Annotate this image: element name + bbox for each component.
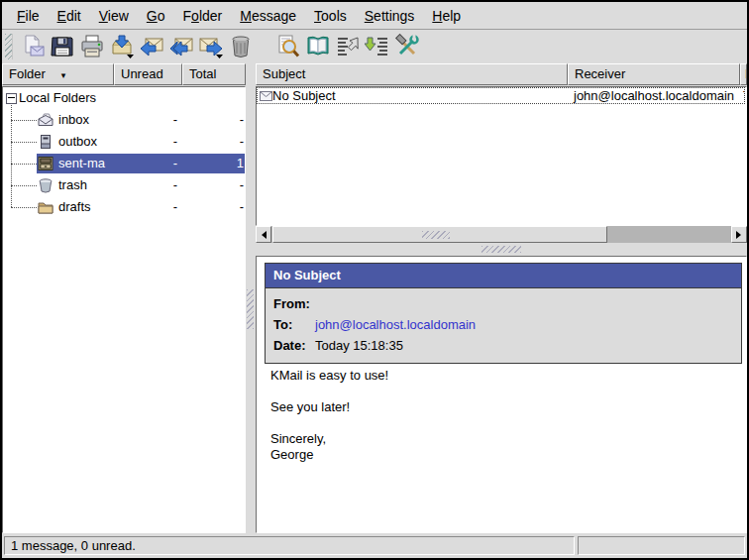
receiver-column-header[interactable]: Receiver [568, 63, 740, 85]
to-address-link[interactable]: john@localhost.localdomain [315, 314, 476, 335]
jump-to-folder-button[interactable] [363, 32, 392, 61]
trash-folder-icon [37, 177, 54, 193]
status-section-right [578, 536, 745, 555]
folder-row-outbox[interactable]: outbox - - [3, 131, 245, 153]
tools-icon [394, 34, 420, 59]
left-arrow-icon [258, 231, 267, 239]
print-button[interactable] [77, 32, 107, 61]
message-header-box: No Subject From: To: john@localhost.loca… [265, 263, 742, 364]
kmail-window: File Edit View Go Folder Message Tools S… [0, 0, 749, 560]
folder-row-inbox[interactable]: inbox - - [3, 109, 245, 131]
vertical-splitter[interactable] [246, 63, 256, 533]
address-book-icon [305, 34, 331, 59]
menu-item-file[interactable]: File [8, 5, 49, 27]
sent-folder-icon [37, 156, 54, 171]
find-icon [275, 34, 301, 59]
list-jump-icon [365, 34, 390, 59]
menu-item-message[interactable]: Message [231, 5, 305, 27]
thumb-grip [422, 231, 450, 239]
scroll-left-button[interactable] [256, 226, 271, 243]
toolbar [2, 30, 747, 64]
folder-row-sent-ma[interactable]: sent-ma - 1 [3, 153, 245, 174]
menubar: File Edit View Go Folder Message Tools S… [2, 2, 747, 30]
splitter-grip [482, 246, 521, 253]
message-body: KMail is easy to use! See you later! Sin… [270, 368, 388, 463]
menu-item-tools[interactable]: Tools [305, 5, 356, 27]
menu-item-settings[interactable]: Settings [356, 5, 424, 27]
menu-item-view[interactable]: View [90, 5, 138, 27]
statusbar: 1 message, 0 unread. [2, 533, 747, 558]
menu-item-folder[interactable]: Folder [174, 5, 232, 27]
subject-column-header[interactable]: Subject [256, 63, 568, 85]
address-book-button[interactable] [303, 32, 333, 61]
folder-row-local-folders[interactable]: Local Folders [3, 87, 245, 109]
message-list: No Subject john@localhost.localdomain To… [256, 86, 747, 226]
tools-button[interactable] [392, 32, 422, 61]
horizontal-splitter[interactable] [256, 243, 747, 256]
check-mail-icon [109, 34, 135, 59]
forward-icon [198, 34, 224, 59]
from-label: From: [273, 293, 315, 314]
date-value: Today 15:18:35 [315, 335, 403, 356]
save-icon [50, 34, 75, 59]
reply-button[interactable] [137, 32, 166, 61]
reply-icon [139, 34, 164, 59]
splitter-grip [247, 289, 254, 329]
message-row[interactable]: No Subject john@localhost.localdomain To… [257, 87, 745, 104]
scrollbar-thumb[interactable] [272, 226, 607, 243]
message-envelope-icon [260, 91, 272, 101]
date-label: Date: [273, 335, 315, 356]
folder-row-trash[interactable]: trash - - [3, 174, 245, 196]
trash-icon [228, 34, 254, 59]
unread-column-header[interactable]: Unread [114, 63, 182, 85]
folder-column-header[interactable]: Folder▾ [2, 63, 114, 85]
reply-all-button[interactable] [166, 32, 196, 61]
select-messages-button[interactable] [333, 32, 363, 61]
menu-item-help[interactable]: Help [423, 5, 470, 27]
new-message-button[interactable] [18, 32, 48, 61]
sort-arrow-icon: ▾ [61, 70, 66, 80]
list-select-icon [335, 34, 361, 59]
to-label: To: [273, 314, 315, 335]
scroll-right-button[interactable] [731, 226, 747, 243]
drafts-folder-icon [37, 199, 54, 215]
collapse-expander-icon[interactable] [6, 93, 17, 104]
message-preview: No Subject From: To: john@localhost.loca… [256, 256, 747, 533]
date-column-header[interactable]: Date [740, 63, 747, 85]
status-message: 1 message, 0 unread. [4, 536, 575, 555]
toolbar-drag-handle[interactable] [5, 34, 13, 59]
delete-button[interactable] [226, 32, 256, 61]
find-messages-button[interactable] [273, 32, 303, 61]
reply-all-icon [168, 34, 194, 59]
outbox-icon [37, 134, 54, 150]
menu-item-go[interactable]: Go [138, 5, 174, 27]
print-icon [79, 34, 105, 59]
folder-tree: Local Folders inbox - - outbox - - [2, 86, 246, 533]
check-mail-button[interactable] [107, 32, 137, 61]
message-title: No Subject [266, 264, 741, 287]
right-arrow-icon [736, 231, 745, 239]
total-column-header[interactable]: Total [182, 63, 246, 85]
save-button[interactable] [48, 32, 77, 61]
forward-button[interactable] [196, 32, 226, 61]
menu-item-edit[interactable]: Edit [49, 5, 90, 27]
message-list-hscrollbar[interactable] [256, 226, 747, 243]
folder-row-drafts[interactable]: drafts - - [3, 196, 245, 218]
new-message-icon [20, 34, 46, 59]
inbox-icon [37, 112, 54, 128]
